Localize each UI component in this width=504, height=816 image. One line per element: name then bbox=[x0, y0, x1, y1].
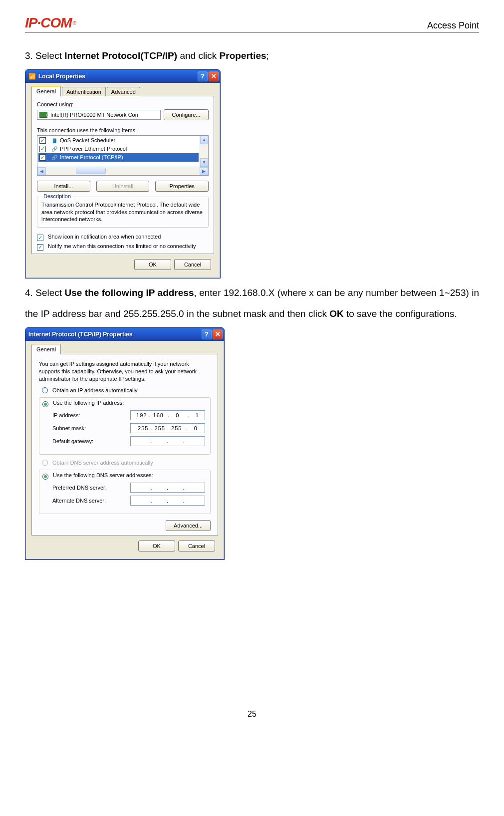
page-number: 25 bbox=[25, 710, 479, 719]
use-dns-radio[interactable]: Use the following DNS server addresses: bbox=[42, 472, 205, 480]
connect-using-label: Connect using: bbox=[37, 101, 209, 107]
items-listbox[interactable]: ✓ 🛢️ QoS Packet Scheduler ✓ 🔗 PPP over E… bbox=[37, 135, 209, 167]
dns-group: Use the following DNS server addresses: … bbox=[39, 470, 211, 514]
ip-label: IP address: bbox=[44, 412, 130, 418]
description-text: Transmission Control Protocol/Internet P… bbox=[41, 201, 204, 224]
h-scrollbar[interactable]: ◀ ▶ bbox=[37, 167, 209, 176]
step4-text: 4. Select Use the following IP address, … bbox=[25, 282, 479, 324]
tab-authentication[interactable]: Authentication bbox=[62, 87, 106, 96]
h-scroll-thumb[interactable] bbox=[76, 168, 106, 174]
radio-icon bbox=[42, 460, 48, 466]
ip-input[interactable] bbox=[130, 410, 205, 420]
panel-general: Connect using: Intel(R) PRO/1000 MT Netw… bbox=[31, 96, 214, 255]
help-button[interactable]: ? bbox=[202, 329, 212, 339]
component-icon: 🔗 bbox=[51, 146, 58, 152]
component-icon: 🔗 bbox=[51, 155, 58, 160]
ok-button[interactable]: OK bbox=[138, 541, 175, 551]
titlebar[interactable]: 📶 Local Properties ? ✕ bbox=[25, 70, 220, 83]
checkbox-icon[interactable]: ✓ bbox=[39, 137, 46, 144]
titlebar[interactable]: Internet Protocol (TCP/IP) Properties ? … bbox=[25, 328, 224, 341]
text: to save the configurations. bbox=[344, 308, 457, 319]
local-properties-window: 📶 Local Properties ? ✕ General Authentic… bbox=[25, 69, 221, 279]
text: 3. Select bbox=[25, 50, 64, 61]
pref-dns-input[interactable] bbox=[130, 483, 205, 493]
uninstall-button: Uninstall bbox=[96, 181, 150, 192]
radio-icon[interactable] bbox=[42, 474, 48, 480]
subnet-label: Subnet mask: bbox=[44, 425, 130, 431]
bold: Internet Protocol(TCP/IP) bbox=[64, 50, 177, 61]
uses-label: This connection uses the following items… bbox=[37, 127, 209, 133]
notify-row[interactable]: ✓ Notify me when this connection has lim… bbox=[37, 243, 209, 251]
obtain-dns-label: Obtain DNS server address automatically bbox=[52, 460, 153, 466]
item-tcpip[interactable]: ✓ 🔗 Internet Protocol (TCP/IP) bbox=[38, 153, 199, 162]
bold: Properties bbox=[220, 50, 266, 61]
subnet-input[interactable] bbox=[130, 423, 205, 433]
help-button[interactable]: ? bbox=[198, 71, 208, 81]
scroll-right-icon[interactable]: ▶ bbox=[200, 167, 208, 175]
cancel-button[interactable]: Cancel bbox=[178, 541, 215, 551]
alt-dns-input[interactable] bbox=[130, 496, 205, 506]
install-button[interactable]: Install... bbox=[37, 181, 90, 192]
properties-button[interactable]: Properties bbox=[155, 181, 209, 192]
window-icon: 📶 bbox=[28, 73, 36, 80]
title-text: Local Properties bbox=[38, 73, 197, 80]
scroll-down-icon[interactable]: ▼ bbox=[200, 158, 208, 167]
scrollbar[interactable]: ▲ ▼ bbox=[200, 136, 208, 167]
checkbox-icon[interactable]: ✓ bbox=[37, 244, 43, 251]
use-ip-label: Use the following IP address: bbox=[53, 400, 124, 406]
item-ppp[interactable]: ✓ 🔗 PPP over Ethernet Protocol bbox=[38, 145, 199, 153]
gateway-label: Default gateway: bbox=[44, 438, 130, 444]
adapter-name: Intel(R) PRO/1000 MT Network Con bbox=[50, 112, 138, 118]
notify-label: Notify me when this connection has limit… bbox=[48, 243, 196, 249]
text: ; bbox=[266, 50, 269, 61]
obtain-ip-radio[interactable]: Obtain an IP address automatically bbox=[42, 387, 211, 393]
pref-dns-label: Preferred DNS server: bbox=[44, 485, 130, 491]
tcpip-properties-window: Internet Protocol (TCP/IP) Properties ? … bbox=[25, 327, 225, 560]
scroll-track[interactable] bbox=[200, 144, 208, 158]
obtain-ip-label: Obtain an IP address automatically bbox=[52, 387, 137, 393]
cancel-button[interactable]: Cancel bbox=[174, 259, 211, 270]
show-icon-label: Show icon in notification area when conn… bbox=[48, 234, 161, 240]
step3-text: 3. Select Internet Protocol(TCP/IP) and … bbox=[25, 45, 479, 66]
show-icon-row[interactable]: ✓ Show icon in notification area when co… bbox=[37, 234, 209, 241]
radio-icon[interactable] bbox=[42, 387, 48, 393]
scroll-left-icon[interactable]: ◀ bbox=[37, 167, 46, 175]
text: 4. Select bbox=[25, 287, 65, 298]
bold: Use the following IP address bbox=[65, 287, 194, 298]
nic-icon bbox=[39, 112, 47, 118]
h-scroll-track[interactable] bbox=[46, 167, 200, 175]
tab-general[interactable]: General bbox=[31, 344, 61, 354]
alt-dns-label: Alternate DNS server: bbox=[44, 498, 130, 504]
close-button[interactable]: ✕ bbox=[213, 329, 223, 339]
scroll-up-icon[interactable]: ▲ bbox=[200, 136, 208, 144]
item-label: PPP over Ethernet Protocol bbox=[60, 146, 127, 152]
use-dns-label: Use the following DNS server addresses: bbox=[53, 472, 153, 478]
ok-button[interactable]: OK bbox=[134, 259, 171, 270]
advanced-button[interactable]: Advanced... bbox=[166, 520, 211, 531]
gateway-input[interactable] bbox=[130, 436, 205, 446]
bold: OK bbox=[329, 308, 344, 319]
tab-advanced[interactable]: Advanced bbox=[107, 87, 140, 96]
description-group: Description Transmission Control Protoco… bbox=[37, 197, 209, 228]
checkbox-icon[interactable]: ✓ bbox=[37, 235, 43, 241]
tab-general[interactable]: General bbox=[31, 86, 61, 96]
use-ip-radio[interactable]: Use the following IP address: bbox=[42, 400, 205, 407]
obtain-dns-radio: Obtain DNS server address automatically bbox=[42, 460, 211, 466]
tabs: General Authentication Advanced bbox=[31, 87, 214, 96]
title-text: Internet Protocol (TCP/IP) Properties bbox=[28, 331, 201, 338]
item-label: Internet Protocol (TCP/IP) bbox=[60, 154, 123, 160]
configure-button[interactable]: Configure... bbox=[164, 109, 209, 120]
checkbox-icon[interactable]: ✓ bbox=[39, 146, 46, 152]
registered-mark: ® bbox=[73, 20, 76, 26]
logo: IP·COM ® bbox=[25, 15, 76, 31]
component-icon: 🛢️ bbox=[51, 138, 58, 143]
checkbox-icon[interactable]: ✓ bbox=[39, 154, 46, 161]
close-button[interactable]: ✕ bbox=[209, 71, 219, 81]
intro-text: You can get IP settings assigned automat… bbox=[39, 360, 211, 383]
text: and click bbox=[177, 50, 219, 61]
group-title: Description bbox=[41, 193, 73, 199]
ip-group: Use the following IP address: IP address… bbox=[39, 397, 211, 455]
radio-icon[interactable] bbox=[42, 401, 48, 407]
page-header: IP·COM ® Access Point bbox=[25, 15, 479, 32]
item-qos[interactable]: ✓ 🛢️ QoS Packet Scheduler bbox=[38, 136, 199, 145]
